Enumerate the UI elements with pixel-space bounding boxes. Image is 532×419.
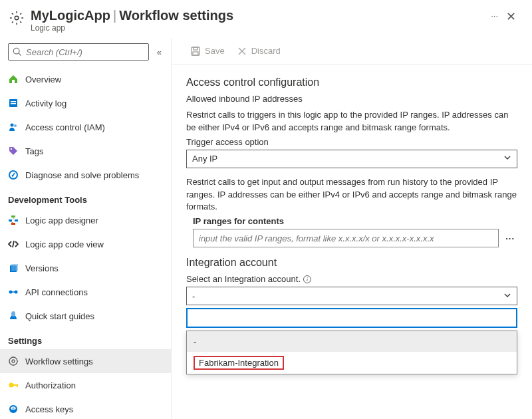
svg-line-16 [10, 221, 13, 223]
discard-button-label: Discard [251, 46, 281, 56]
api-conn-icon [8, 287, 19, 297]
page-title: MyLogicApp|Workflow settings [31, 8, 485, 23]
sidebar-section-settings: Settings [0, 328, 171, 349]
sidebar-item-label: Quick start guides [25, 311, 94, 321]
svg-rect-30 [194, 47, 198, 50]
integration-dropdown-list: - Fabrikam-Integration [186, 331, 517, 374]
sidebar-item-overview[interactable]: Overview [0, 67, 171, 91]
overview-icon [8, 74, 19, 84]
trigger-option-label: Trigger access option [186, 137, 517, 147]
code-view-icon [8, 239, 19, 249]
sidebar-item-api-connections[interactable]: API connections [0, 280, 171, 304]
quickstart-icon [8, 311, 19, 321]
allowed-inbound-label: Allowed inbound IP addresses [186, 94, 517, 104]
sidebar-item-label: Authorization [25, 380, 76, 390]
authorization-icon [8, 380, 19, 390]
integration-option-none[interactable]: - [187, 331, 517, 352]
sidebar-item-quickstart[interactable]: Quick start guides [0, 304, 171, 328]
svg-rect-14 [11, 223, 15, 225]
access-control-icon [8, 122, 19, 132]
sidebar-item-designer[interactable]: Logic app designer [0, 208, 171, 232]
sidebar-item-access-keys[interactable]: Access keys [0, 397, 171, 419]
sidebar-item-versions[interactable]: Versions [0, 256, 171, 280]
svg-rect-18 [11, 264, 18, 271]
gear-icon [9, 11, 24, 25]
svg-point-23 [12, 360, 15, 362]
sidebar-item-label: Diagnose and solve problems [25, 170, 139, 180]
sidebar-item-authorization[interactable]: Authorization [0, 373, 171, 397]
svg-point-9 [11, 148, 12, 150]
save-button[interactable]: Save [185, 43, 230, 59]
svg-rect-13 [15, 219, 18, 221]
svg-point-1 [13, 48, 19, 54]
chevron-down-icon [503, 154, 511, 164]
trigger-option-value: Any IP [192, 154, 217, 164]
trigger-option-select[interactable]: Any IP [186, 150, 517, 168]
sidebar-item-label: Access keys [25, 404, 73, 414]
sidebar-item-tags[interactable]: Tags [0, 139, 171, 163]
discard-icon [237, 46, 247, 57]
sidebar-item-label: Tags [25, 146, 43, 156]
integration-select-label: Select an Integration account. i [186, 274, 517, 284]
chevron-down-icon [503, 291, 511, 301]
integration-heading: Integration account [186, 257, 517, 269]
diagnose-icon [8, 170, 19, 180]
sidebar-item-access-control[interactable]: Access control (IAM) [0, 115, 171, 139]
access-keys-icon [8, 404, 19, 414]
svg-rect-12 [9, 219, 12, 221]
integration-option-fabrikam[interactable]: Fabrikam-Integration [187, 352, 517, 374]
access-control-heading: Access control configuration [186, 76, 517, 88]
tags-icon [8, 146, 19, 156]
sidebar-item-label: Activity log [25, 98, 66, 108]
sidebar-item-label: Workflow settings [25, 356, 93, 366]
sidebar-item-label: Logic app designer [25, 215, 98, 225]
sidebar-section-dev: Development Tools [0, 187, 171, 208]
sidebar-item-label: Overview [25, 74, 61, 84]
integration-account-select[interactable]: - [186, 287, 517, 305]
svg-line-2 [19, 53, 21, 56]
svg-rect-11 [11, 215, 15, 217]
sidebar: « Overview Activity log Access control (… [0, 38, 172, 419]
svg-rect-27 [17, 384, 18, 387]
activity-log-icon [8, 98, 19, 108]
search-icon [13, 47, 22, 57]
svg-rect-5 [11, 101, 16, 102]
integration-dropdown-search[interactable] [186, 308, 517, 328]
svg-point-24 [9, 357, 17, 365]
workflow-settings-icon [8, 356, 19, 366]
sidebar-item-label: Logic app code view [25, 239, 104, 249]
designer-icon [8, 215, 19, 225]
svg-point-25 [9, 383, 14, 388]
svg-rect-6 [11, 103, 16, 104]
svg-point-19 [9, 291, 13, 294]
svg-point-20 [15, 291, 18, 294]
versions-icon [8, 263, 19, 273]
svg-point-8 [14, 124, 17, 127]
content-desc: Restrict calls to get input and output m… [186, 176, 517, 214]
ip-ranges-input[interactable] [193, 229, 499, 247]
integration-selected-value: - [192, 291, 195, 301]
svg-rect-31 [193, 52, 198, 55]
sidebar-item-label: Access control (IAM) [25, 122, 105, 132]
ip-ranges-label: IP ranges for contents [186, 216, 517, 226]
sidebar-item-code-view[interactable]: Logic app code view [0, 232, 171, 256]
save-icon [190, 46, 201, 57]
ip-more-button[interactable]: ··· [503, 233, 517, 243]
collapse-sidebar-button[interactable]: « [154, 46, 164, 59]
sidebar-item-diagnose[interactable]: Diagnose and solve problems [0, 163, 171, 187]
page-subtitle: Logic app [31, 23, 485, 33]
more-actions-button[interactable]: ··· [485, 11, 503, 21]
search-box[interactable] [8, 43, 149, 61]
svg-point-7 [11, 124, 14, 127]
svg-point-22 [11, 311, 15, 317]
svg-rect-3 [12, 80, 15, 83]
sidebar-item-activity-log[interactable]: Activity log [0, 91, 171, 115]
sidebar-item-workflow-settings[interactable]: Workflow settings [0, 349, 171, 373]
close-button[interactable]: ✕ [503, 9, 519, 24]
search-input[interactable] [22, 47, 144, 57]
discard-button[interactable]: Discard [231, 43, 286, 59]
info-icon[interactable]: i [303, 275, 311, 283]
svg-point-0 [15, 16, 19, 20]
trigger-desc: Restrict calls to triggers in this logic… [186, 109, 517, 134]
sidebar-item-label: Versions [25, 263, 59, 273]
